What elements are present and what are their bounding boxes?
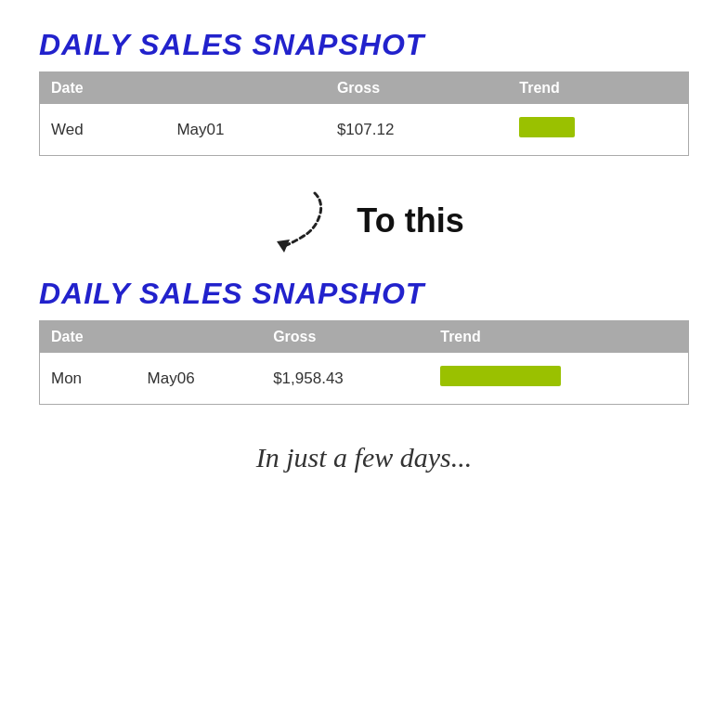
top-snapshot-table: Date Gross Trend Wed May01 $107.12 (39, 71, 689, 156)
top-row-day: Wed (40, 104, 166, 156)
bottom-row-day: Mon (40, 353, 136, 405)
top-col-gross: Gross (326, 72, 508, 105)
top-trend-bar (519, 117, 575, 137)
footer-text: In just a few days... (256, 442, 473, 473)
bottom-row-trend (429, 353, 688, 405)
bottom-col-gross: Gross (262, 321, 429, 354)
top-snapshot-section: DAILY SALES SNAPSHOT Date Gross Trend We… (39, 28, 689, 156)
bottom-col-trend: Trend (429, 321, 688, 354)
top-table-header-row: Date Gross Trend (40, 72, 689, 105)
bottom-snapshot-title: DAILY SALES SNAPSHOT (39, 277, 689, 311)
bottom-trend-bar (440, 366, 561, 386)
middle-section: To this (39, 184, 689, 258)
bottom-table-header-row: Date Gross Trend (40, 321, 689, 354)
top-snapshot-title: DAILY SALES SNAPSHOT (39, 28, 689, 62)
bottom-row-date: May06 (136, 353, 263, 405)
to-this-label: To this (357, 201, 463, 240)
bottom-snapshot-table: Date Gross Trend Mon May06 $1,958.43 (39, 320, 689, 405)
top-row-date: May01 (165, 104, 325, 156)
bottom-col-date: Date (40, 321, 263, 354)
top-table-row: Wed May01 $107.12 (40, 104, 689, 156)
top-col-trend: Trend (508, 72, 688, 105)
top-row-trend (508, 104, 688, 156)
curved-dashed-arrow-icon (264, 184, 338, 258)
bottom-row-gross: $1,958.43 (262, 353, 429, 405)
top-col-date: Date (40, 72, 326, 105)
bottom-table-row: Mon May06 $1,958.43 (40, 353, 689, 405)
top-row-gross: $107.12 (326, 104, 508, 156)
bottom-snapshot-section: DAILY SALES SNAPSHOT Date Gross Trend Mo… (39, 277, 689, 405)
